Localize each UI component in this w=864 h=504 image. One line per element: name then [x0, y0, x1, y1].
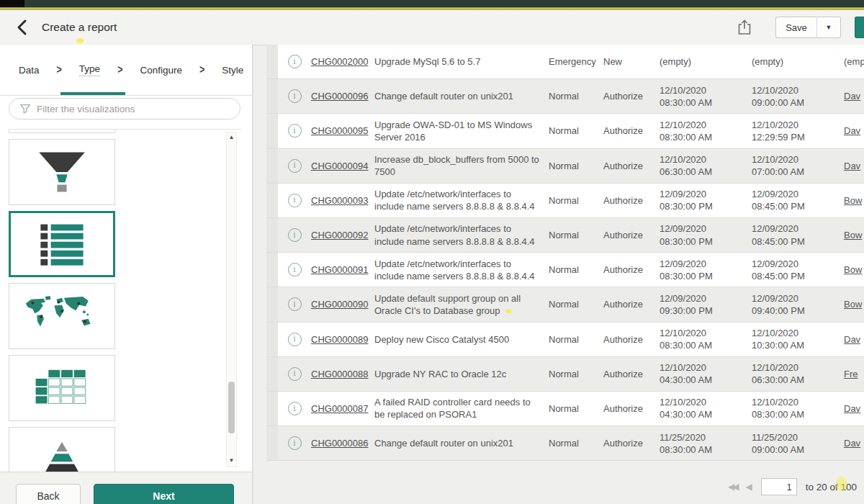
short-description-cell: Upgrade MySql 5.6 to 5.7 — [374, 55, 549, 68]
scroll-down-icon[interactable]: ▼ — [227, 457, 236, 464]
breadcrumb-step-type[interactable]: Type — [79, 63, 100, 76]
table-row: i CHG0000090 Update default support grou… — [266, 287, 864, 322]
table-row: i CHG0000086 Change default router on un… — [266, 426, 864, 461]
end-date-cell: 12/10/2020 12:29:59 PM — [752, 119, 844, 143]
scrollbar-thumb[interactable] — [228, 382, 235, 433]
info-icon-cell: i — [278, 89, 311, 103]
breadcrumb-step-data[interactable]: Data — [19, 65, 40, 76]
type-cell: Normal — [549, 298, 603, 310]
page-number-input[interactable] — [761, 478, 797, 495]
share-button[interactable] — [734, 18, 755, 38]
assignee-link[interactable]: Fre — [844, 368, 864, 380]
back-step-button[interactable]: Back — [16, 484, 81, 504]
end-date-cell: 11/25/2020 09:00:00 AM — [752, 431, 844, 456]
type-cell: Normal — [549, 229, 603, 241]
info-icon[interactable]: i — [288, 55, 302, 68]
info-icon[interactable]: i — [288, 194, 302, 207]
run-button[interactable] — [855, 17, 864, 38]
change-number-link[interactable]: CHG0000092 — [311, 229, 374, 241]
change-number-link[interactable]: CHG0000089 — [311, 333, 374, 346]
change-number-link[interactable]: CHG0000091 — [311, 264, 374, 276]
info-icon[interactable]: i — [288, 436, 302, 450]
end-date-cell: 12/10/2020 08:30:00 AM — [752, 396, 844, 420]
back-button[interactable] — [12, 17, 33, 39]
info-icon[interactable]: i — [288, 263, 302, 276]
filter-visualizations-input[interactable] — [9, 98, 240, 120]
table-row: i CHG0000092 Update /etc/network/interfa… — [266, 218, 864, 253]
breadcrumb-step-configure[interactable]: Configure — [140, 65, 182, 76]
type-cell: Emergency — [549, 55, 603, 68]
change-number-link[interactable]: CHG0000093 — [311, 194, 374, 207]
short-description-cell: Deploy new Cisco Catalyst 4500 — [374, 333, 549, 346]
table-row: i CHG0000093 Update /etc/network/interfa… — [266, 184, 864, 218]
info-icon[interactable]: i — [288, 297, 302, 311]
info-icon[interactable]: i — [288, 89, 302, 103]
table-row: i CHG0000091 Update /etc/network/interfa… — [266, 253, 864, 287]
assignee-link[interactable]: Dav — [844, 437, 864, 449]
info-icon[interactable]: i — [288, 124, 302, 138]
breadcrumb-step-style[interactable]: Style — [222, 65, 243, 76]
type-cell: Normal — [549, 333, 603, 346]
short-description-cell: Update /etc/network/interfaces to includ… — [374, 222, 549, 247]
table-row: i CHG0000088 Upgrade NY RAC to Oracle 12… — [266, 357, 864, 392]
row-left-gutter — [266, 114, 278, 148]
assignee-link[interactable]: Dav — [844, 160, 864, 172]
type-cell: Normal — [549, 160, 603, 172]
first-page-icon[interactable]: ◀◀ — [728, 482, 737, 492]
change-number-link[interactable]: CHG0000088 — [311, 368, 374, 380]
info-icon-cell: i — [278, 55, 311, 68]
short-description-cell: Upgrade OWA-SD-01 to MS Windows Server 2… — [374, 119, 549, 143]
save-button[interactable]: Save — [775, 17, 817, 38]
back-chevron-icon — [14, 18, 30, 37]
type-cell: Normal — [549, 194, 603, 207]
info-icon[interactable]: i — [288, 367, 302, 381]
start-date-cell: 12/09/2020 08:30:00 PM — [660, 188, 752, 212]
table-row: i CHG0002000 Upgrade MySql 5.6 to 5.7 Em… — [266, 45, 864, 79]
assignee-link[interactable]: Dav — [844, 333, 864, 346]
table-row: i CHG0000094 Increase db_block_buffers f… — [266, 149, 864, 184]
assignee-link[interactable]: Bow — [844, 298, 864, 310]
pyramid-chart-icon — [22, 436, 102, 472]
save-dropdown-button[interactable]: ▼ — [817, 17, 841, 38]
info-icon-cell: i — [278, 263, 311, 276]
visualization-card-funnel[interactable] — [9, 139, 115, 205]
assignee-link[interactable]: Bow — [844, 229, 864, 241]
next-step-button[interactable]: Next — [94, 484, 234, 504]
visualization-scrollbar[interactable]: ▲ ▼ — [226, 132, 237, 467]
change-number-link[interactable]: CHG0000086 — [311, 437, 374, 449]
chevron-right-icon: > — [57, 63, 62, 77]
assignee-link[interactable]: Bow — [844, 264, 864, 276]
assignee-link[interactable]: Bow — [844, 194, 864, 207]
change-number-link[interactable]: CHG0002000 — [311, 55, 374, 68]
assignee-link[interactable]: Dav — [844, 125, 864, 137]
visualization-card-list[interactable] — [9, 211, 115, 277]
visualization-card-partial[interactable] — [9, 130, 115, 133]
short-description-cell: Change default router on unix201 — [374, 90, 549, 102]
share-icon — [737, 19, 752, 36]
change-number-link[interactable]: CHG0000096 — [311, 90, 374, 102]
assignee-link[interactable]: Dav — [844, 402, 864, 415]
visualization-card-heatmap[interactable] — [9, 355, 115, 421]
change-number-link[interactable]: CHG0000094 — [311, 160, 374, 172]
info-icon-cell: i — [278, 367, 311, 381]
visualization-card-pyramid[interactable] — [9, 427, 115, 472]
change-number-link[interactable]: CHG0000095 — [311, 125, 374, 137]
table-row: i CHG0000087 A failed RAID controller ca… — [266, 392, 864, 426]
prev-page-icon[interactable]: ◀ — [745, 482, 752, 492]
assignee-link[interactable]: (empty) — [844, 55, 864, 68]
start-date-cell: 12/10/2020 08:30:00 AM — [660, 119, 752, 143]
info-icon[interactable]: i — [288, 228, 302, 242]
assignee-link[interactable]: Dav — [844, 90, 864, 102]
row-left-gutter — [266, 149, 278, 183]
info-icon-cell: i — [278, 333, 311, 346]
info-icon[interactable]: i — [288, 333, 302, 346]
info-icon[interactable]: i — [288, 402, 302, 415]
change-number-link[interactable]: CHG0000087 — [311, 402, 374, 415]
row-left-gutter — [266, 45, 278, 78]
scroll-up-icon[interactable]: ▲ — [227, 134, 236, 141]
visualization-card-map[interactable] — [9, 283, 115, 349]
state-cell: Authorize — [603, 160, 660, 172]
change-number-link[interactable]: CHG0000090 — [311, 298, 374, 310]
info-icon[interactable]: i — [288, 159, 302, 173]
funnel-chart-icon — [22, 148, 102, 197]
